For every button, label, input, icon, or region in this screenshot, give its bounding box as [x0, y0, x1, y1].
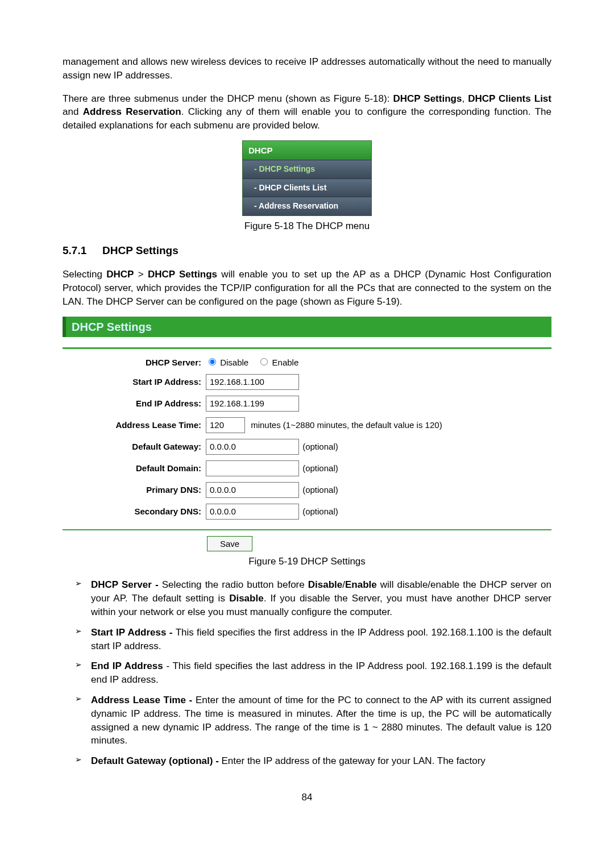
- optional-text: (optional): [302, 506, 338, 516]
- save-button[interactable]: Save: [207, 536, 252, 551]
- menu-item-dhcp-clients-list[interactable]: - DHCP Clients List: [243, 178, 371, 197]
- text-bold: End IP Address: [91, 661, 163, 671]
- text-bold: Default Gateway (optional) -: [91, 755, 222, 766]
- panel-title: DHCP Settings: [63, 317, 551, 337]
- list-item: Start IP Address - This field specifies …: [75, 626, 551, 653]
- text-bold: DHCP: [106, 269, 134, 280]
- list-item: Default Gateway (optional) - Enter the I…: [75, 754, 551, 768]
- label-default-domain: Default Domain:: [63, 458, 204, 479]
- radio-disable[interactable]: [209, 358, 216, 366]
- section-5-7-1-heading: 5.7.1DHCP Settings: [63, 243, 551, 259]
- radio-disable-text: Disable: [220, 358, 248, 367]
- description-list: DHCP Server - Selecting the radio button…: [63, 578, 551, 768]
- section-number: 5.7.1: [63, 243, 102, 259]
- text-bold: Start IP Address -: [91, 627, 176, 638]
- divider: [63, 529, 551, 530]
- intro-paragraph-2: There are three submenus under the DHCP …: [63, 92, 551, 132]
- text: Selecting: [63, 269, 106, 280]
- default-gateway-input[interactable]: [206, 439, 299, 455]
- text: >: [134, 269, 147, 280]
- label-lease-time: Address Lease Time:: [63, 414, 204, 436]
- text: Selecting the radio button before: [162, 579, 308, 590]
- label-start-ip: Start IP Address:: [63, 371, 204, 393]
- divider: [63, 347, 551, 349]
- primary-dns-input[interactable]: [206, 482, 299, 498]
- text: and: [63, 106, 83, 117]
- text-bold: DHCP Server -: [91, 579, 162, 590]
- settings-form: DHCP Server: Disable Enable Start IP Add: [63, 354, 551, 522]
- label-dhcp-server: DHCP Server:: [63, 354, 204, 371]
- intro-paragraph-1: management and allows new wireless devic…: [63, 55, 551, 82]
- text-bold: Address Reservation: [83, 106, 181, 117]
- section-title: DHCP Settings: [102, 244, 179, 256]
- end-ip-input[interactable]: [206, 396, 299, 412]
- menu-item-dhcp-settings[interactable]: - DHCP Settings: [243, 160, 371, 178]
- secondary-dns-input[interactable]: [206, 504, 299, 520]
- list-item: Address Lease Time - Enter the amount of…: [75, 693, 551, 747]
- optional-text: (optional): [302, 463, 338, 473]
- radio-enable-label[interactable]: Enable: [258, 358, 298, 367]
- figure-5-18-caption: Figure 5-18 The DHCP menu: [63, 219, 551, 233]
- text: ,: [462, 93, 468, 104]
- radio-enable-text: Enable: [272, 358, 299, 367]
- dhcp-menu-header: DHCP: [243, 141, 371, 160]
- dhcp-settings-panel: DHCP Settings DHCP Server: Disable Enabl…: [63, 317, 551, 551]
- list-item: End IP Address - This field specifies th…: [75, 659, 551, 687]
- optional-text: (optional): [302, 442, 338, 451]
- optional-text: (optional): [302, 485, 338, 495]
- page-number: 84: [63, 791, 551, 804]
- default-domain-input[interactable]: [206, 460, 299, 476]
- lease-time-input[interactable]: [206, 417, 245, 433]
- text-bold: Disable: [229, 593, 263, 604]
- text-bold: Enable: [345, 579, 377, 590]
- text: There are three submenus under the DHCP …: [63, 93, 393, 104]
- start-ip-input[interactable]: [206, 374, 299, 390]
- dhcp-menu: DHCP - DHCP Settings - DHCP Clients List…: [242, 140, 372, 216]
- menu-item-address-reservation[interactable]: - Address Reservation: [243, 197, 371, 215]
- label-secondary-dns: Secondary DNS:: [63, 501, 204, 522]
- label-primary-dns: Primary DNS:: [63, 479, 204, 501]
- text-bold: Address Lease Time -: [91, 695, 196, 705]
- radio-disable-label[interactable]: Disable: [206, 358, 251, 367]
- text-bold: DHCP Settings: [393, 93, 462, 104]
- lease-time-note: minutes (1~2880 minutes, the default val…: [251, 420, 442, 430]
- list-item: DHCP Server - Selecting the radio button…: [75, 578, 551, 618]
- text: Enter the IP address of the gateway for …: [222, 755, 486, 766]
- label-end-ip: End IP Address:: [63, 393, 204, 414]
- label-default-gateway: Default Gateway:: [63, 436, 204, 458]
- section-paragraph: Selecting DHCP > DHCP Settings will enab…: [63, 268, 551, 308]
- text-bold: Disable: [308, 579, 342, 590]
- text-bold: DHCP Settings: [148, 269, 217, 280]
- text-bold: DHCP Clients List: [468, 93, 551, 104]
- radio-enable[interactable]: [260, 358, 268, 366]
- figure-5-19-caption: Figure 5-19 DHCP Settings: [63, 555, 551, 568]
- text: -: [163, 661, 173, 671]
